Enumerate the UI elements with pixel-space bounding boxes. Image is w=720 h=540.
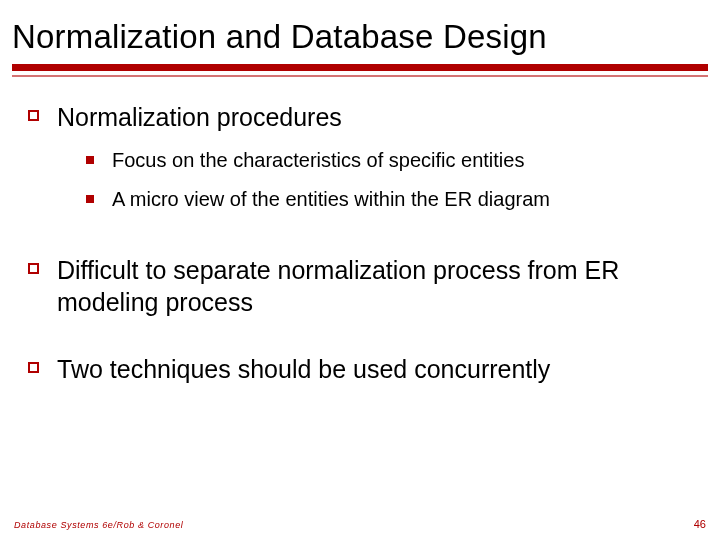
title-rule-thick <box>12 64 708 71</box>
bullet-text: Normalization procedures <box>57 101 342 134</box>
footer: Database Systems 6e/Rob & Coronel 46 <box>0 518 720 530</box>
sub-list: Focus on the characteristics of specific… <box>86 148 700 212</box>
footer-source: Database Systems 6e/Rob & Coronel <box>14 520 183 530</box>
content-area: Normalization procedures Focus on the ch… <box>0 77 720 385</box>
page-number: 46 <box>694 518 706 530</box>
bullet-item: Two techniques should be used concurrent… <box>28 353 700 386</box>
filled-square-icon <box>86 195 94 203</box>
hollow-square-icon <box>28 362 39 373</box>
sub-bullet-text: A micro view of the entities within the … <box>112 187 550 212</box>
slide-title: Normalization and Database Design <box>0 0 720 62</box>
hollow-square-icon <box>28 110 39 121</box>
bullet-text: Difficult to separate normalization proc… <box>57 254 700 319</box>
filled-square-icon <box>86 156 94 164</box>
sub-bullet-text: Focus on the characteristics of specific… <box>112 148 524 173</box>
sub-bullet-item: A micro view of the entities within the … <box>86 187 700 212</box>
sub-bullet-item: Focus on the characteristics of specific… <box>86 148 700 173</box>
bullet-item: Difficult to separate normalization proc… <box>28 254 700 319</box>
title-rule-thin <box>12 75 708 77</box>
bullet-item: Normalization procedures <box>28 101 700 134</box>
hollow-square-icon <box>28 263 39 274</box>
slide: Normalization and Database Design Normal… <box>0 0 720 540</box>
bullet-text: Two techniques should be used concurrent… <box>57 353 550 386</box>
